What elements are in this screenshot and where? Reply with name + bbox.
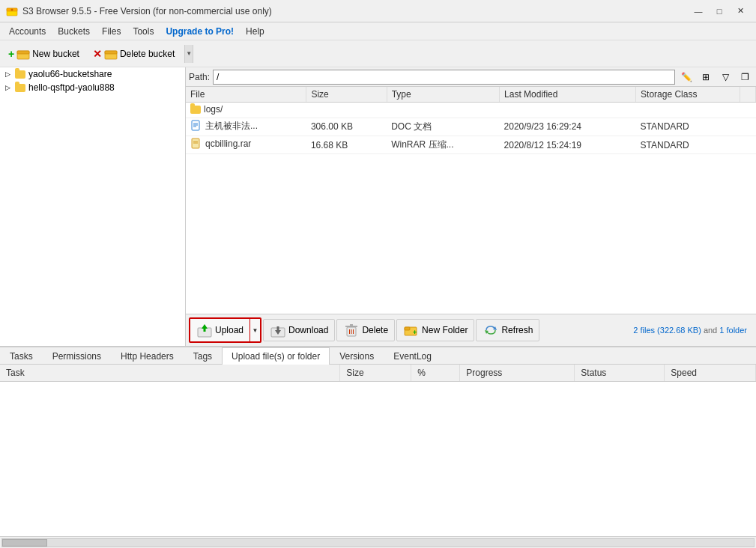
copy-path-button[interactable]: ❐ [737, 69, 753, 85]
download-button[interactable]: Download [263, 319, 335, 341]
folder-icon-2 [15, 84, 25, 92]
scroll-track[interactable] [1, 538, 755, 547]
download-label: Download [288, 325, 328, 335]
upload-icon [196, 322, 213, 338]
tab-upload-files[interactable]: Upload file(s) or folder [222, 347, 330, 365]
minimize-button[interactable]: — [689, 3, 708, 19]
bucket-item-2[interactable]: ▷ hello-qsftpd-yaolu888 [0, 81, 185, 94]
delete-bucket-folder-icon [104, 48, 118, 60]
tab-tasks[interactable]: Tasks [0, 347, 43, 365]
menu-accounts[interactable]: Accounts [3, 25, 52, 38]
svg-rect-27 [405, 327, 410, 330]
bucket-icon [16, 48, 30, 60]
toolbar: + New bucket ✕ Delete bucket ▼ [0, 40, 756, 67]
refresh-icon [483, 322, 499, 338]
file-type-0 [387, 103, 499, 118]
bucket-name-1: yaolu66-bucketshare [28, 69, 112, 79]
svg-rect-19 [277, 326, 279, 331]
upload-label: Upload [215, 325, 244, 335]
close-button[interactable]: ✕ [731, 3, 750, 19]
expand-icon-2[interactable]: ▷ [3, 83, 12, 92]
upload-dropdown-button[interactable]: ▼ [250, 319, 260, 341]
file-modified-0 [500, 103, 636, 118]
menu-bar: Accounts Buckets Files Tools Upgrade to … [0, 22, 756, 40]
svg-rect-11 [192, 138, 199, 148]
status-and: and [704, 326, 719, 335]
filter-button[interactable]: ▽ [717, 69, 734, 85]
menu-help[interactable]: Help [240, 25, 270, 38]
svg-rect-4 [17, 51, 29, 54]
file-storage-0 [636, 103, 740, 118]
task-col-percent: % [411, 365, 460, 382]
upload-button[interactable]: Upload [190, 319, 250, 341]
table-row[interactable]: qcbilling.rar 16.68 KB WinRAR 压缩... 2020… [186, 136, 756, 154]
new-folder-button[interactable]: + New Folder [396, 319, 474, 341]
svg-rect-7 [192, 121, 199, 130]
delete-bucket-label: Delete bucket [120, 49, 175, 59]
col-extra [740, 87, 756, 103]
file-storage-1: STANDARD [636, 118, 740, 136]
view-toggle-button[interactable]: ⊞ [698, 69, 714, 85]
bucket-name-2: hello-qsftpd-yaolu888 [28, 82, 115, 93]
edit-path-button[interactable]: ✏️ [678, 69, 695, 85]
svg-rect-16 [204, 328, 206, 332]
title-bar-left: S3 Browser 9.5.5 - Free Version (for non… [6, 5, 272, 17]
toolbar-dropdown-arrow[interactable]: ▼ [184, 45, 193, 63]
tab-eventlog[interactable]: EventLog [384, 347, 441, 365]
tab-tags[interactable]: Tags [184, 347, 222, 365]
file-modified-1: 2020/9/23 16:29:24 [500, 118, 636, 136]
menu-upgrade[interactable]: Upgrade to Pro! [160, 25, 240, 38]
folder-file-icon [190, 106, 201, 114]
delete-icon [343, 322, 360, 338]
svg-text:+: + [413, 329, 417, 336]
left-panel: ▷ yaolu66-bucketshare ▷ hello-qsftpd-yao… [0, 67, 186, 346]
menu-files[interactable]: Files [96, 25, 127, 38]
path-bar: Path: ✏️ ⊞ ▽ ❐ [186, 67, 756, 87]
tab-bar: Tasks Permissions Http Headers Tags Uplo… [0, 347, 756, 365]
file-name-1: 主机被非法... [186, 118, 306, 136]
task-col-task: Task [0, 365, 340, 382]
main-container: ▷ yaolu66-bucketshare ▷ hello-qsftpd-yao… [0, 67, 756, 548]
maximize-button[interactable]: □ [710, 3, 729, 19]
tab-permissions[interactable]: Permissions [43, 347, 111, 365]
bucket-item-1[interactable]: ▷ yaolu66-bucketshare [0, 67, 185, 81]
file-extra-2 [740, 136, 756, 154]
svg-rect-6 [105, 51, 117, 54]
action-bar: Upload ▼ Download [186, 314, 756, 346]
path-label: Path: [189, 72, 210, 82]
delete-bucket-button[interactable]: ✕ Delete bucket [88, 43, 180, 64]
expand-icon-1[interactable]: ▷ [3, 70, 12, 79]
bottom-panel: Tasks Permissions Http Headers Tags Uplo… [0, 346, 756, 548]
col-size: Size [306, 87, 387, 103]
menu-buckets[interactable]: Buckets [52, 25, 96, 38]
file-table: File Size Type Last Modified Storage Cla… [186, 87, 756, 314]
scroll-thumb[interactable] [2, 539, 47, 547]
tab-versions[interactable]: Versions [330, 347, 384, 365]
task-col-progress: Progress [460, 365, 575, 382]
task-col-speed: Speed [665, 365, 756, 382]
col-file: File [186, 87, 306, 103]
new-folder-icon: + [403, 322, 420, 338]
tab-http-headers[interactable]: Http Headers [111, 347, 184, 365]
files-count: 2 files (322.68 KB) [633, 326, 701, 335]
new-bucket-icon: + [8, 48, 14, 60]
menu-tools[interactable]: Tools [127, 25, 160, 38]
delete-bucket-icon: ✕ [93, 48, 102, 60]
path-input[interactable] [213, 70, 675, 85]
refresh-button[interactable]: Refresh [476, 319, 539, 341]
task-col-size: Size [340, 365, 411, 382]
bottom-scrollbar [0, 536, 756, 548]
file-name-0: logs/ [186, 103, 306, 118]
file-storage-2: STANDARD [636, 136, 740, 154]
download-icon [270, 322, 286, 338]
new-bucket-button[interactable]: + New bucket [3, 43, 85, 64]
table-row[interactable]: 主机被非法... 306.00 KB DOC 文档 2020/9/23 16:2… [186, 118, 756, 136]
tab-content: Task Size % Progress Status Speed [0, 365, 756, 536]
file-name-2: qcbilling.rar [186, 136, 306, 154]
table-row[interactable]: logs/ [186, 103, 756, 118]
file-type-1: DOC 文档 [387, 118, 499, 136]
col-last-modified: Last Modified [500, 87, 636, 103]
file-size-0 [306, 103, 387, 118]
delete-button[interactable]: Delete [336, 319, 395, 341]
task-col-status: Status [575, 365, 665, 382]
